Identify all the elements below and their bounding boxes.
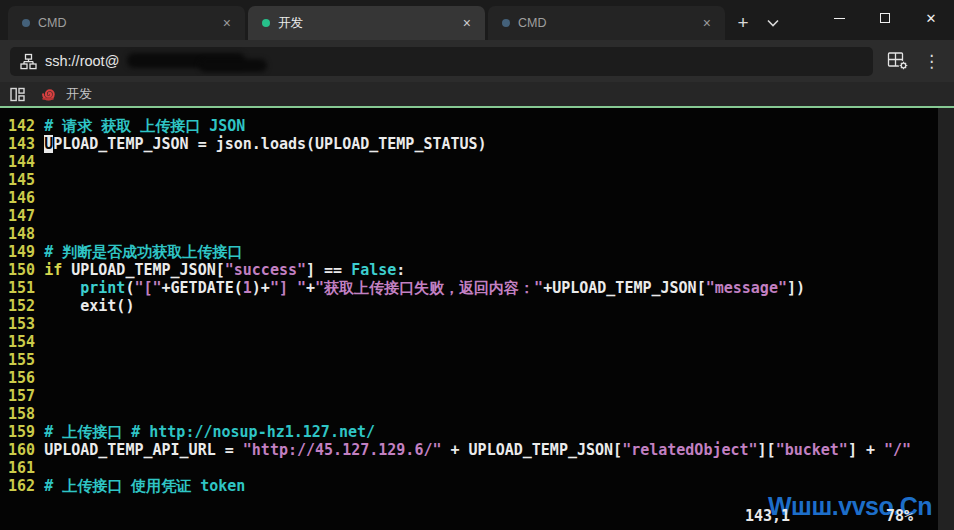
code-segment: : <box>396 261 405 279</box>
line-number: 146 <box>8 189 44 207</box>
plus-icon: + <box>737 12 748 34</box>
line-number: 150 <box>8 261 44 279</box>
line-number: 144 <box>8 153 44 171</box>
code-segment: exit() <box>44 297 134 315</box>
code-segment: # 判断是否成功获取上传接口 <box>44 243 242 261</box>
line-number: 155 <box>8 351 44 369</box>
code-segment: "bucket" <box>776 441 848 459</box>
code-segment: print <box>80 279 125 297</box>
code-segment: + <box>306 279 315 297</box>
close-button[interactable]: ✕ <box>908 0 954 36</box>
code-segment: + UPLOAD_TEMP_JSON[ <box>442 441 623 459</box>
minimize-button[interactable] <box>816 0 862 36</box>
code-segment: ] + <box>848 441 884 459</box>
tab-close-icon[interactable]: × <box>699 15 715 31</box>
code-line: 154 <box>8 333 936 351</box>
tab-dev-active[interactable]: 开发 × <box>248 6 485 40</box>
line-number: 157 <box>8 387 44 405</box>
code-segment <box>44 279 80 297</box>
ssh-url-text: ssh://root@ <box>45 53 119 69</box>
line-number: 156 <box>8 369 44 387</box>
session-bar: 开发 <box>0 82 954 108</box>
line-number: 148 <box>8 225 44 243</box>
tab-close-icon[interactable]: × <box>459 15 475 31</box>
line-number: 154 <box>8 333 44 351</box>
code-segment: "] " <box>270 279 306 297</box>
tab-label: 开发 <box>278 15 451 32</box>
code-line: 143 UPLOAD_TEMP_JSON = json.loads(UPLOAD… <box>8 135 936 153</box>
code-line: 150 if UPLOAD_TEMP_JSON["success"] == Fa… <box>8 261 936 279</box>
code-segment: )+ <box>252 279 270 297</box>
line-number: 160 <box>8 441 44 459</box>
code-segment: +GETDATE( <box>162 279 243 297</box>
session-label: 开发 <box>66 85 92 103</box>
code-segment: False <box>351 261 396 279</box>
maximize-button[interactable] <box>862 0 908 36</box>
code-line: 147 <box>8 207 936 225</box>
code-segment: if <box>44 261 62 279</box>
terminal-scrollbar[interactable] <box>938 108 954 530</box>
titlebar: CMD × 开发 × CMD × + <box>0 0 954 40</box>
code-segment: "[" <box>134 279 161 297</box>
sitemap-icon <box>20 53 37 70</box>
more-options-icon[interactable]: ⋮ <box>923 51 940 72</box>
code-line: 145 <box>8 171 936 189</box>
code-segment: UPLOAD_TEMP_JSON[ <box>62 261 225 279</box>
code-line: 148 <box>8 225 936 243</box>
terminal-viewport[interactable]: 142 # 请求 获取 上传接口 JSON143 UPLOAD_TEMP_JSO… <box>0 108 954 530</box>
address-bar-actions: ⋮ <box>881 51 946 72</box>
grid-settings-icon[interactable] <box>887 51 909 71</box>
code-segment: +UPLOAD_TEMP_JSON[ <box>543 279 706 297</box>
line-number: 162 <box>8 477 44 495</box>
tab-status-dot <box>502 19 510 27</box>
line-number: 158 <box>8 405 44 423</box>
chevron-down-icon <box>767 19 779 27</box>
ssh-address-input[interactable]: ssh://root@ <box>10 47 873 76</box>
code-segment: ]) <box>787 279 805 297</box>
code-segment: # 请求 获取 上传接口 JSON <box>44 117 245 135</box>
line-number: 149 <box>8 243 44 261</box>
line-number: 161 <box>8 459 44 477</box>
code-line: 159 # 上传接口 # http://nosup-hz1.127.net/ <box>8 423 936 441</box>
code-segment: "message" <box>706 279 787 297</box>
line-number: 152 <box>8 297 44 315</box>
code-segment: UPLOAD_TEMP_API_URL = <box>44 441 243 459</box>
code-segment: 1 <box>243 279 252 297</box>
code-line: 152 exit() <box>8 297 936 315</box>
cursor-block: U <box>44 135 53 153</box>
tab-status-dot <box>22 19 30 27</box>
code-segment: "/" <box>884 441 911 459</box>
code-segment: ][ <box>758 441 776 459</box>
new-tab-button[interactable]: + <box>728 6 758 40</box>
code-line: 158 <box>8 405 936 423</box>
code-segment: "获取上传接口失败，返回内容：" <box>315 279 543 297</box>
tab-close-icon[interactable]: × <box>219 15 235 31</box>
code-segment: PLOAD_TEMP_JSON = json.loads(UPLOAD_TEMP… <box>53 135 486 153</box>
tab-cmd-2[interactable]: CMD × <box>488 6 725 40</box>
line-number: 147 <box>8 207 44 225</box>
vim-ruler-position: 143,1 <box>745 507 790 525</box>
code-line: 161 <box>8 459 936 477</box>
terminal-window: CMD × 开发 × CMD × + <box>0 0 954 530</box>
code-segment: "success" <box>225 261 306 279</box>
tab-label: CMD <box>518 16 691 30</box>
session-tab-dev[interactable]: 开发 <box>39 82 92 106</box>
code-line: 142 # 请求 获取 上传接口 JSON <box>8 117 936 135</box>
panel-layout-icon[interactable] <box>10 87 25 102</box>
window-controls: ✕ <box>816 0 954 40</box>
tab-cmd-1[interactable]: CMD × <box>8 6 245 40</box>
code-segment: # 上传接口 # http://nosup-hz1.127.net/ <box>44 423 375 441</box>
code-segment: "http://45.127.129.6/" <box>243 441 442 459</box>
tab-status-dot <box>262 19 270 27</box>
tab-dropdown-button[interactable] <box>758 6 788 40</box>
code-segment: "relatedObject" <box>622 441 757 459</box>
redaction-smudge <box>199 59 267 72</box>
code-line: 144 <box>8 153 936 171</box>
vim-ruler-percent: 78% <box>886 507 913 525</box>
line-number: 142 <box>8 117 44 135</box>
code-line: 160 UPLOAD_TEMP_API_URL = "http://45.127… <box>8 441 936 459</box>
line-number: 151 <box>8 279 44 297</box>
tab-strip: CMD × 开发 × CMD × + <box>0 0 816 40</box>
address-bar: ssh://root@ ⋮ <box>0 40 954 82</box>
snail-spiral-icon <box>39 85 58 104</box>
